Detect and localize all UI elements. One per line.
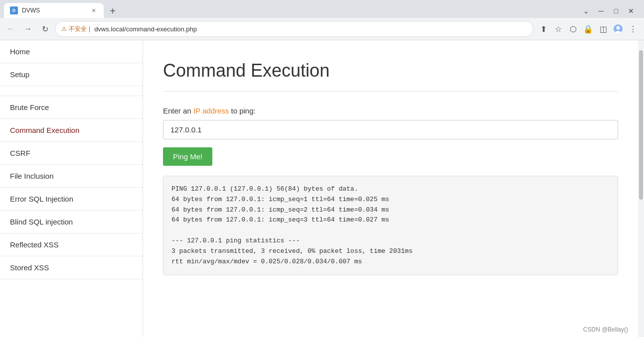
- sidebar-item-blind-sql[interactable]: Blind SQL injection: [0, 211, 143, 233]
- share-icon[interactable]: ⬆: [536, 22, 550, 36]
- bookmark-star-icon[interactable]: ☆: [551, 22, 565, 36]
- browser-chrome: D DVWS × + ⌄ ─ □ ✕ ← → ↻ ⚠ 不安全 | dvws.lo…: [0, 0, 644, 40]
- sidebar-item-setup[interactable]: Setup: [0, 63, 143, 86]
- sidebar-item-home[interactable]: Home: [0, 40, 143, 63]
- url-path: /command-execution.php: [124, 25, 197, 33]
- scrollbar-thumb[interactable]: [639, 50, 643, 200]
- chevron-down-icon[interactable]: ⌄: [579, 4, 593, 18]
- watermark: CSDN @Bellay(): [583, 326, 628, 333]
- reload-button[interactable]: ↻: [38, 22, 52, 36]
- warning-icon: ⚠: [61, 25, 67, 32]
- sidebar-item-stored-xss[interactable]: Stored XSS: [0, 256, 143, 279]
- ip-label: Enter an IP address to ping:: [163, 107, 618, 115]
- ip-address-input[interactable]: [163, 120, 618, 139]
- address-bar: ← → ↻ ⚠ 不安全 | dvws.local/command-executi…: [0, 18, 644, 40]
- tab-bar: D DVWS × + ⌄ ─ □ ✕: [0, 0, 644, 18]
- security-warning: ⚠ 不安全 |: [61, 25, 90, 33]
- sidebar-item-error-sql[interactable]: Error SQL Injection: [0, 188, 143, 211]
- label-suffix: to ping:: [229, 107, 255, 115]
- ping-output: PING 127.0.0.1 (127.0.0.1) 56(84) bytes …: [163, 176, 618, 275]
- forward-button[interactable]: →: [21, 22, 35, 36]
- main-panel: Command Execution Enter an IP address to…: [143, 40, 638, 337]
- sidebar-gap: [0, 86, 143, 96]
- tab-favicon: D: [10, 6, 18, 14]
- sidebar-item-file-inclusion[interactable]: File Inclusion: [0, 165, 143, 188]
- toolbar-icons: ⬆ ☆ ⬡ 🔒 ◫ ⋮: [536, 22, 640, 36]
- minimize-button[interactable]: ─: [594, 4, 608, 18]
- extensions-icon[interactable]: ⬡: [566, 22, 580, 36]
- sidebar-item-csrf[interactable]: CSRF: [0, 142, 143, 165]
- maximize-button[interactable]: □: [609, 4, 623, 18]
- sidebar: Home Setup Brute Force Command Execution…: [0, 40, 143, 337]
- separator: |: [89, 25, 90, 32]
- address-url: dvws.local/command-execution.php: [94, 25, 197, 33]
- tab-close-button[interactable]: ×: [90, 6, 98, 14]
- back-button[interactable]: ←: [4, 22, 18, 36]
- tab-title: DVWS: [22, 7, 86, 14]
- security-text: 不安全: [69, 25, 87, 33]
- browser-scrollbar[interactable]: [638, 40, 644, 337]
- ping-button[interactable]: Ping Me!: [163, 147, 212, 166]
- more-options-icon[interactable]: ⋮: [626, 22, 640, 36]
- sidebar-item-command-execution[interactable]: Command Execution: [0, 119, 143, 142]
- profile-icon[interactable]: [611, 22, 625, 36]
- svg-point-1: [617, 26, 620, 30]
- browser-tab[interactable]: D DVWS ×: [4, 3, 104, 18]
- label-prefix: Enter an: [163, 107, 193, 115]
- page-title: Command Execution: [163, 60, 618, 92]
- label-highlight: IP address: [193, 107, 229, 115]
- sidebar-item-brute-force[interactable]: Brute Force: [0, 96, 143, 119]
- profile-lock-icon[interactable]: 🔒: [581, 22, 595, 36]
- content-area: Home Setup Brute Force Command Execution…: [0, 40, 644, 337]
- sidebar-item-reflected-xss[interactable]: Reflected XSS: [0, 233, 143, 256]
- sidebar-toggle-icon[interactable]: ◫: [596, 22, 610, 36]
- address-input[interactable]: ⚠ 不安全 | dvws.local/command-execution.php: [55, 21, 533, 37]
- window-controls: ⌄ ─ □ ✕: [579, 4, 640, 18]
- close-window-button[interactable]: ✕: [624, 4, 638, 18]
- url-domain: dvws.local: [94, 25, 124, 33]
- new-tab-button[interactable]: +: [106, 4, 120, 18]
